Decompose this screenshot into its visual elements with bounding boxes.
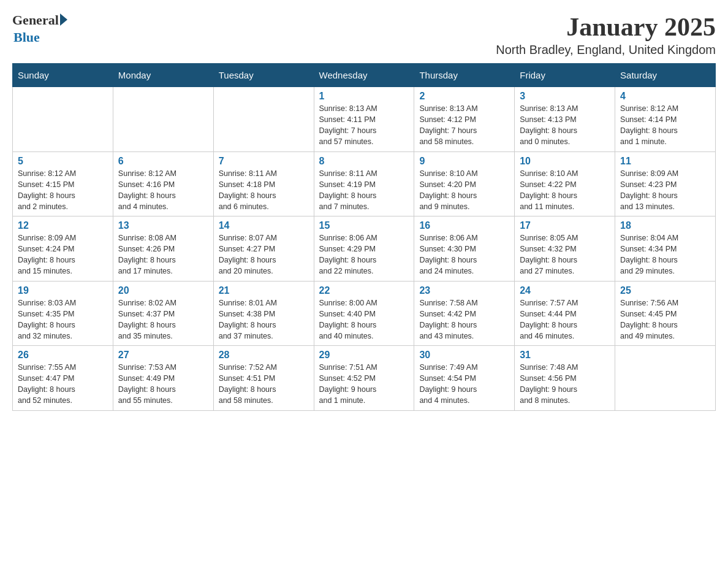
day-info: Sunrise: 7:52 AM Sunset: 4:51 PM Dayligh… <box>219 362 309 407</box>
day-number: 26 <box>18 350 108 361</box>
day-number: 27 <box>118 350 208 361</box>
header-cell-sunday: Sunday <box>13 64 113 87</box>
day-cell-9: 9Sunrise: 8:10 AM Sunset: 4:20 PM Daylig… <box>414 151 515 216</box>
day-info: Sunrise: 7:49 AM Sunset: 4:54 PM Dayligh… <box>419 362 509 407</box>
week-row-5: 26Sunrise: 7:55 AM Sunset: 4:47 PM Dayli… <box>13 346 716 411</box>
day-cell-26: 26Sunrise: 7:55 AM Sunset: 4:47 PM Dayli… <box>13 346 113 411</box>
day-cell-15: 15Sunrise: 8:06 AM Sunset: 4:29 PM Dayli… <box>314 216 414 282</box>
day-cell-8: 8Sunrise: 8:11 AM Sunset: 4:19 PM Daylig… <box>314 151 414 216</box>
day-info: Sunrise: 8:00 AM Sunset: 4:40 PM Dayligh… <box>319 297 409 342</box>
day-cell-2: 2Sunrise: 8:13 AM Sunset: 4:12 PM Daylig… <box>414 87 515 152</box>
day-info: Sunrise: 7:55 AM Sunset: 4:47 PM Dayligh… <box>18 362 108 407</box>
day-info: Sunrise: 7:57 AM Sunset: 4:44 PM Dayligh… <box>520 297 610 342</box>
day-info: Sunrise: 7:56 AM Sunset: 4:45 PM Dayligh… <box>620 297 710 342</box>
calendar-table: SundayMondayTuesdayWednesdayThursdayFrid… <box>12 63 716 411</box>
day-info: Sunrise: 8:01 AM Sunset: 4:38 PM Dayligh… <box>219 297 309 342</box>
day-info: Sunrise: 8:06 AM Sunset: 4:29 PM Dayligh… <box>319 232 409 277</box>
day-number: 8 <box>319 156 409 167</box>
day-number: 4 <box>620 91 710 102</box>
day-cell-4: 4Sunrise: 8:12 AM Sunset: 4:14 PM Daylig… <box>615 87 716 152</box>
day-cell-18: 18Sunrise: 8:04 AM Sunset: 4:34 PM Dayli… <box>615 216 716 282</box>
day-number: 28 <box>219 350 309 361</box>
logo-blue: Blue <box>13 29 40 45</box>
day-cell-27: 27Sunrise: 7:53 AM Sunset: 4:49 PM Dayli… <box>113 346 213 411</box>
day-cell-29: 29Sunrise: 7:51 AM Sunset: 4:52 PM Dayli… <box>314 346 414 411</box>
day-info: Sunrise: 8:13 AM Sunset: 4:11 PM Dayligh… <box>319 103 409 148</box>
empty-cell <box>13 87 113 152</box>
day-info: Sunrise: 8:08 AM Sunset: 4:26 PM Dayligh… <box>118 232 208 277</box>
day-cell-7: 7Sunrise: 8:11 AM Sunset: 4:18 PM Daylig… <box>213 151 314 216</box>
header-cell-wednesday: Wednesday <box>314 64 414 87</box>
day-info: Sunrise: 8:12 AM Sunset: 4:15 PM Dayligh… <box>18 168 108 213</box>
day-number: 3 <box>520 91 610 102</box>
empty-cell <box>213 87 314 152</box>
logo-row1: General <box>12 12 67 28</box>
logo-arrow-icon <box>60 13 67 26</box>
day-cell-30: 30Sunrise: 7:49 AM Sunset: 4:54 PM Dayli… <box>414 346 515 411</box>
day-cell-13: 13Sunrise: 8:08 AM Sunset: 4:26 PM Dayli… <box>113 216 213 282</box>
day-info: Sunrise: 8:11 AM Sunset: 4:18 PM Dayligh… <box>219 168 309 213</box>
header-cell-saturday: Saturday <box>615 64 716 87</box>
day-number: 25 <box>620 285 710 296</box>
day-cell-21: 21Sunrise: 8:01 AM Sunset: 4:38 PM Dayli… <box>213 281 314 346</box>
day-cell-5: 5Sunrise: 8:12 AM Sunset: 4:15 PM Daylig… <box>13 151 113 216</box>
day-cell-12: 12Sunrise: 8:09 AM Sunset: 4:24 PM Dayli… <box>13 216 113 282</box>
day-number: 22 <box>319 285 409 296</box>
empty-cell <box>615 346 716 411</box>
day-cell-17: 17Sunrise: 8:05 AM Sunset: 4:32 PM Dayli… <box>515 216 615 282</box>
day-number: 14 <box>219 220 309 231</box>
day-info: Sunrise: 7:58 AM Sunset: 4:42 PM Dayligh… <box>419 297 509 342</box>
week-row-2: 5Sunrise: 8:12 AM Sunset: 4:15 PM Daylig… <box>13 151 716 216</box>
day-number: 24 <box>520 285 610 296</box>
day-info: Sunrise: 8:03 AM Sunset: 4:35 PM Dayligh… <box>18 297 108 342</box>
day-cell-23: 23Sunrise: 7:58 AM Sunset: 4:42 PM Dayli… <box>414 281 515 346</box>
logo-row2: Blue <box>12 28 67 45</box>
day-cell-31: 31Sunrise: 7:48 AM Sunset: 4:56 PM Dayli… <box>515 346 615 411</box>
day-number: 16 <box>419 220 509 231</box>
header-cell-monday: Monday <box>113 64 213 87</box>
header-cell-thursday: Thursday <box>414 64 515 87</box>
day-cell-6: 6Sunrise: 8:12 AM Sunset: 4:16 PM Daylig… <box>113 151 213 216</box>
day-info: Sunrise: 7:51 AM Sunset: 4:52 PM Dayligh… <box>319 362 409 407</box>
day-info: Sunrise: 8:13 AM Sunset: 4:13 PM Dayligh… <box>520 103 610 148</box>
day-cell-24: 24Sunrise: 7:57 AM Sunset: 4:44 PM Dayli… <box>515 281 615 346</box>
logo-general: General <box>12 12 59 28</box>
header-row: SundayMondayTuesdayWednesdayThursdayFrid… <box>13 64 716 87</box>
day-cell-1: 1Sunrise: 8:13 AM Sunset: 4:11 PM Daylig… <box>314 87 414 152</box>
day-number: 19 <box>18 285 108 296</box>
day-cell-28: 28Sunrise: 7:52 AM Sunset: 4:51 PM Dayli… <box>213 346 314 411</box>
day-number: 31 <box>520 350 610 361</box>
day-info: Sunrise: 8:12 AM Sunset: 4:14 PM Dayligh… <box>620 103 710 148</box>
day-number: 10 <box>520 156 610 167</box>
week-row-4: 19Sunrise: 8:03 AM Sunset: 4:35 PM Dayli… <box>13 281 716 346</box>
day-cell-14: 14Sunrise: 8:07 AM Sunset: 4:27 PM Dayli… <box>213 216 314 282</box>
day-cell-22: 22Sunrise: 8:00 AM Sunset: 4:40 PM Dayli… <box>314 281 414 346</box>
day-cell-11: 11Sunrise: 8:09 AM Sunset: 4:23 PM Dayli… <box>615 151 716 216</box>
day-number: 1 <box>319 91 409 102</box>
day-info: Sunrise: 8:11 AM Sunset: 4:19 PM Dayligh… <box>319 168 409 213</box>
day-number: 17 <box>520 220 610 231</box>
header-cell-friday: Friday <box>515 64 615 87</box>
day-info: Sunrise: 8:13 AM Sunset: 4:12 PM Dayligh… <box>419 103 509 148</box>
calendar-body: 1Sunrise: 8:13 AM Sunset: 4:11 PM Daylig… <box>13 87 716 411</box>
day-cell-20: 20Sunrise: 8:02 AM Sunset: 4:37 PM Dayli… <box>113 281 213 346</box>
day-info: Sunrise: 8:12 AM Sunset: 4:16 PM Dayligh… <box>118 168 208 213</box>
day-cell-16: 16Sunrise: 8:06 AM Sunset: 4:30 PM Dayli… <box>414 216 515 282</box>
day-cell-25: 25Sunrise: 7:56 AM Sunset: 4:45 PM Dayli… <box>615 281 716 346</box>
day-info: Sunrise: 7:48 AM Sunset: 4:56 PM Dayligh… <box>520 362 610 407</box>
logo: General Blue <box>12 12 67 45</box>
day-info: Sunrise: 8:02 AM Sunset: 4:37 PM Dayligh… <box>118 297 208 342</box>
day-info: Sunrise: 8:05 AM Sunset: 4:32 PM Dayligh… <box>520 232 610 277</box>
day-cell-10: 10Sunrise: 8:10 AM Sunset: 4:22 PM Dayli… <box>515 151 615 216</box>
day-number: 11 <box>620 156 710 167</box>
day-info: Sunrise: 7:53 AM Sunset: 4:49 PM Dayligh… <box>118 362 208 407</box>
day-info: Sunrise: 8:09 AM Sunset: 4:23 PM Dayligh… <box>620 168 710 213</box>
day-number: 20 <box>118 285 208 296</box>
day-info: Sunrise: 8:09 AM Sunset: 4:24 PM Dayligh… <box>18 232 108 277</box>
month-title: January 2025 <box>496 12 716 42</box>
week-row-1: 1Sunrise: 8:13 AM Sunset: 4:11 PM Daylig… <box>13 87 716 152</box>
week-row-3: 12Sunrise: 8:09 AM Sunset: 4:24 PM Dayli… <box>13 216 716 282</box>
day-number: 21 <box>219 285 309 296</box>
day-info: Sunrise: 8:04 AM Sunset: 4:34 PM Dayligh… <box>620 232 710 277</box>
day-number: 12 <box>18 220 108 231</box>
